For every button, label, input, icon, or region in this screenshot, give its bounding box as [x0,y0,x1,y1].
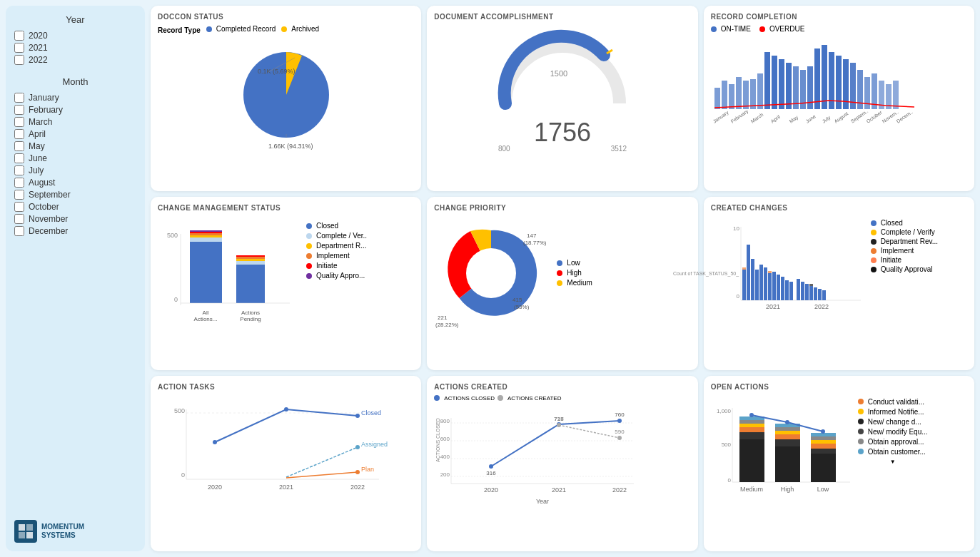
svg-text:0: 0 [727,477,731,484]
open-actions-chart: 1,000 500 0 [711,395,854,506]
svg-text:Actions: Actions [241,310,260,316]
month-november[interactable]: November [14,214,136,224]
month-december[interactable]: December [14,226,136,236]
svg-point-133 [617,419,622,423]
svg-rect-94 [805,284,809,300]
svg-text:High: High [780,486,794,493]
year-filter-2021[interactable]: 2021 [14,43,136,53]
svg-text:2021: 2021 [766,303,780,310]
svg-rect-151 [739,432,764,439]
month-october[interactable]: October [14,202,136,212]
svg-rect-156 [775,446,800,482]
svg-point-113 [355,470,360,474]
year-filter-list: 2020 2021 2022 [14,31,136,65]
svg-rect-164 [811,444,836,449]
svg-text:800: 800 [440,418,450,424]
svg-text:1.66K (94.31%): 1.66K (94.31%) [268,143,313,150]
svg-rect-152 [739,427,764,432]
svg-text:760: 760 [615,412,625,418]
svg-text:2021: 2021 [552,486,566,494]
svg-rect-158 [775,434,800,439]
month-march[interactable]: March [14,117,136,127]
scroll-down-icon[interactable]: ▼ [858,459,928,465]
svg-rect-101 [809,284,813,286]
svg-rect-166 [811,436,836,440]
svg-rect-85 [764,267,767,300]
svg-text:727: 727 [555,416,565,422]
svg-rect-58 [236,265,265,303]
svg-rect-153 [739,424,764,427]
svg-rect-100 [768,271,772,273]
svg-rect-165 [811,440,836,444]
svg-text:Year: Year [536,498,549,505]
month-april[interactable]: April [14,129,136,139]
svg-rect-11 [714,88,720,109]
svg-text:Medium: Medium [740,486,763,493]
svg-text:147: 147 [527,232,537,239]
overdue-label: OVERDUE [769,25,804,33]
cc-initiate: Initiate [871,256,938,264]
svg-point-169 [785,420,789,424]
cc-complete: Complete / Verify [871,228,938,236]
month-january[interactable]: January [14,93,136,103]
oa-new-change: New/ change d... [858,418,928,426]
ac-closed-legend: ACTIONS CLOSED [434,395,495,402]
svg-rect-55 [190,233,222,235]
svg-rect-60 [236,259,265,261]
month-title: Month [14,76,136,87]
svg-rect-54 [190,235,222,237]
month-july[interactable]: July [14,165,136,175]
svg-rect-17 [757,73,763,109]
cc-implement: Implement [871,247,938,255]
svg-rect-93 [801,282,804,300]
svg-rect-159 [775,431,800,434]
month-august[interactable]: August [14,178,136,188]
rec-comp-title: RECORD COMPLETION [711,13,967,21]
legend-closed: Closed [306,222,367,230]
month-september[interactable]: September [14,190,136,200]
month-february[interactable]: February [14,105,136,115]
svg-text:(18.77%): (18.77%) [523,240,547,246]
svg-rect-61 [236,257,265,259]
created-changes-legend: Closed Complete / Verify Department Rev.… [871,216,938,327]
svg-text:August: August [833,111,849,125]
year-2020-checkbox[interactable] [14,31,24,41]
svg-rect-97 [818,289,822,300]
svg-text:July: July [821,115,832,125]
open-actions-panel: OPEN ACTIONS 1,000 500 0 [704,376,974,551]
rec-comp-legend: ON-TIME OVERDUE [711,25,967,35]
svg-rect-62 [236,255,265,257]
year-title: Year [14,14,136,25]
svg-rect-150 [739,439,764,482]
change-priority-panel: CHANGE PRIORITY 147 (18.77% [427,197,697,369]
svg-rect-26 [822,45,827,109]
open-actions-legend: Conduct validati... Informed Notifie... … [858,395,928,506]
change-mgmt-legend: Closed Complete / Ver.. Department R... … [306,216,367,330]
svg-point-111 [355,414,360,418]
svg-rect-157 [775,439,800,446]
year-filter-2020[interactable]: 2020 [14,31,136,41]
legend-quality: Quality Appro... [306,272,367,280]
gauge-svg: 1500 [491,25,634,118]
year-2022-checkbox[interactable] [14,55,24,65]
svg-text:590: 590 [615,429,625,435]
created-changes-title: CREATED CHANGES [711,204,967,212]
month-may[interactable]: May [14,141,136,151]
legend-dept: Department R... [306,242,367,250]
month-june[interactable]: June [14,153,136,163]
record-type-label: Record Type [158,26,201,34]
svg-point-134 [557,423,561,427]
svg-rect-98 [822,290,826,300]
year-2021-checkbox[interactable] [14,43,24,53]
year-2022-label: 2022 [29,55,48,65]
svg-text:May: May [788,114,799,124]
svg-point-112 [355,445,360,449]
year-filter-2022[interactable]: 2022 [14,55,136,65]
svg-rect-163 [811,449,836,454]
change-mgmt-title: CHANGE MANAGEMENT STATUS [158,204,414,212]
svg-rect-86 [768,273,772,300]
actions-created-legend: ACTIONS CLOSED ACTIONS CREATED [434,395,690,404]
svg-text:200: 200 [440,471,450,478]
archived-legend: Archived [281,25,319,33]
svg-rect-18 [764,52,770,109]
